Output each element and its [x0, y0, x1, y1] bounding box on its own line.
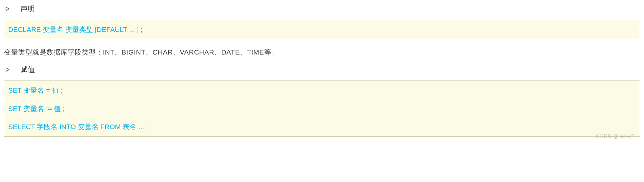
chevron-right-icon: [5, 67, 11, 73]
code-line: SET 变量名 := 值 ;: [8, 104, 636, 113]
paragraph-variable-types: 变量类型就是数据库字段类型：INT、BIGINT、CHAR、VARCHAR、DA…: [4, 48, 640, 57]
section-heading-assign: 赋值: [4, 65, 640, 75]
code-line: SET 变量名 = 值 ;: [8, 85, 636, 95]
section-label: 声明: [20, 4, 35, 14]
code-block-assign: SET 变量名 = 值 ; SET 变量名 := 值 ; SELECT 字段名 …: [4, 80, 640, 136]
code-block-declare: DECLARE 变量名 变量类型 [DEFAULT ... ] ;: [4, 20, 640, 39]
code-line: SELECT 字段名 INTO 变量名 FROM 表名 ... ;: [8, 122, 636, 131]
chevron-right-icon: [5, 6, 11, 12]
section-heading-declare: 声明: [4, 4, 640, 14]
section-label: 赋值: [20, 65, 35, 75]
watermark: CSDN @咕咕猫_: [596, 133, 638, 140]
svg-marker-1: [6, 68, 9, 72]
svg-marker-0: [6, 7, 9, 11]
code-line: DECLARE 变量名 变量类型 [DEFAULT ... ] ;: [8, 25, 636, 34]
